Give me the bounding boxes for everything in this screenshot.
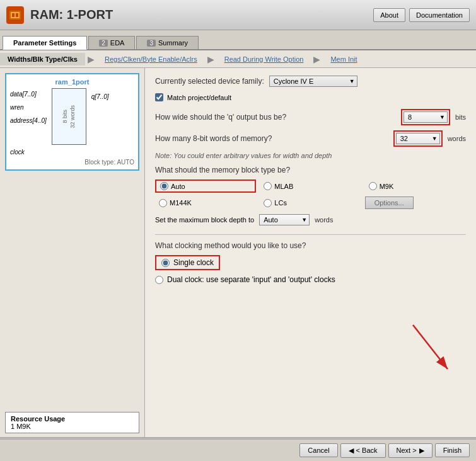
device-select[interactable]: Cyclone IV E xyxy=(269,76,357,87)
radio-lcs-label: LCs xyxy=(274,199,287,207)
words-select[interactable]: 32 64 128 xyxy=(396,133,440,144)
schematic-title: ram_1port xyxy=(10,78,134,86)
tab-param-label: Parameter Settings xyxy=(13,39,76,47)
back-button[interactable]: ◀ < Back xyxy=(340,443,386,458)
device-family-label: Currently selected device family: xyxy=(155,77,264,86)
resource-title: Resource Usage xyxy=(11,415,134,423)
device-select-wrapper[interactable]: Cyclone IV E xyxy=(269,76,357,87)
red-arrow xyxy=(388,319,463,382)
tab-eda-number: 2 xyxy=(99,40,108,47)
radio-auto-label: Auto xyxy=(171,183,185,190)
back-label: < Back xyxy=(356,447,378,454)
clock-dual-option[interactable]: Dual clock: use separate 'input' and 'ou… xyxy=(155,275,466,284)
svg-rect-2 xyxy=(12,13,15,17)
depth-row: Set the maximum block depth to Auto 256 … xyxy=(155,214,466,225)
subtab-meminit[interactable]: Mem Init xyxy=(323,53,364,65)
svg-line-5 xyxy=(413,325,448,369)
radio-m144k-label: M144K xyxy=(170,199,192,207)
radio-dual-clock[interactable] xyxy=(155,276,163,284)
block-option-lcs[interactable]: LCs xyxy=(260,196,361,209)
radio-auto[interactable] xyxy=(160,182,168,190)
port-data: data[7..0] xyxy=(10,91,47,98)
title-buttons: About Documentation xyxy=(373,8,470,22)
radio-single-clock[interactable] xyxy=(161,259,170,267)
q-bus-row: How wide should the 'q' output bus be? 8… xyxy=(155,109,466,125)
right-panel: Currently selected device family: Cyclon… xyxy=(145,68,476,438)
radio-lcs[interactable] xyxy=(264,199,272,207)
next-arrow-icon: ▶ xyxy=(419,447,424,455)
clock-single-container: Single clock xyxy=(155,255,466,270)
block-option-mlab[interactable]: MLAB xyxy=(260,179,361,193)
port-clock: clock xyxy=(10,149,25,156)
tab-parameter-settings[interactable]: Parameter Settings xyxy=(3,36,87,50)
subtab-arrow-2: ▶ xyxy=(205,54,217,64)
q-bus-question: How wide should the 'q' output bus be? xyxy=(155,113,396,122)
next-button[interactable]: Next > ▶ xyxy=(388,443,432,458)
block-type-question: What should the memory block type be? xyxy=(155,166,466,174)
block-type: Block type: AUTO xyxy=(10,159,134,166)
subtab-regs[interactable]: Regs/Clken/Byte Enable/Aclrs xyxy=(97,53,205,65)
title-bar: RAM: 1-PORT About Documentation xyxy=(0,0,476,30)
tab-summary-number: 3 xyxy=(147,40,156,47)
subtab-bar: Widths/Blk Type/Clks ▶ Regs/Clken/Byte E… xyxy=(0,50,476,68)
q-bus-select[interactable]: 8 16 32 xyxy=(403,111,448,123)
clock-single-label: Single clock xyxy=(173,258,214,267)
depth-label: Set the maximum block depth to xyxy=(155,216,254,224)
device-row: Currently selected device family: Cyclon… xyxy=(155,76,466,87)
words-unit: words xyxy=(448,135,466,142)
bottom-bar: Cancel ◀ < Back Next > ▶ Finish xyxy=(0,438,476,461)
radio-mlab[interactable] xyxy=(264,182,272,190)
cancel-button[interactable]: Cancel xyxy=(299,443,337,457)
port-output: q[7..0] xyxy=(91,93,109,100)
radio-m144k[interactable] xyxy=(159,199,167,207)
words-question: How many 8-bit words of memory? xyxy=(155,134,388,143)
match-checkbox[interactable] xyxy=(155,93,163,101)
radio-m9k[interactable] xyxy=(369,182,377,190)
port-wren: wren xyxy=(10,104,47,111)
options-button[interactable]: Options... xyxy=(365,196,414,209)
q-bus-highlight: 8 16 32 xyxy=(401,109,450,125)
main-area: ram_1port data[7..0] wren address[4..0] … xyxy=(0,68,476,438)
resource-value: 1 M9K xyxy=(11,423,134,430)
back-arrow-icon: ◀ xyxy=(349,447,354,455)
depth-unit: words xyxy=(315,216,333,224)
divider xyxy=(155,234,466,235)
block-type-group: Auto MLAB M9K M144K LCs Options... xyxy=(155,179,466,209)
resource-usage: Resource Usage 1 M9K xyxy=(5,412,139,433)
tab-summary-label: Summary xyxy=(158,39,188,47)
next-label: Next > xyxy=(397,447,417,454)
documentation-button[interactable]: Documentation xyxy=(409,8,470,22)
window-title: RAM: 1-PORT xyxy=(30,8,373,22)
block-option-m9k[interactable]: M9K xyxy=(365,179,466,193)
tab-bar: Parameter Settings 2 EDA 3 Summary xyxy=(0,30,476,50)
tab-eda[interactable]: 2 EDA xyxy=(88,36,135,49)
match-label: Match project/default xyxy=(167,94,231,101)
subtab-rdwr[interactable]: Read During Write Option xyxy=(217,53,311,65)
depth-select[interactable]: Auto 256 512 xyxy=(259,214,310,225)
subtab-arrow-1: ▶ xyxy=(85,54,97,64)
radio-m9k-label: M9K xyxy=(380,183,394,190)
match-row: Match project/default xyxy=(155,93,466,101)
app-icon xyxy=(6,6,24,24)
schematic-box: ram_1port data[7..0] wren address[4..0] … xyxy=(5,73,139,171)
tab-eda-label: EDA xyxy=(110,39,125,47)
options-btn-container: Options... xyxy=(365,196,466,209)
radio-mlab-label: MLAB xyxy=(274,183,293,190)
block-option-auto[interactable]: Auto xyxy=(155,179,256,193)
about-button[interactable]: About xyxy=(373,8,405,22)
q-bus-unit: bits xyxy=(455,113,466,121)
clock-group: Single clock Dual clock: use separate 'i… xyxy=(155,255,466,284)
left-panel: ram_1port data[7..0] wren address[4..0] … xyxy=(0,68,145,438)
svg-rect-3 xyxy=(16,13,18,17)
clock-dual-label: Dual clock: use separate 'input' and 'ou… xyxy=(167,275,335,284)
words-highlight: 32 64 128 xyxy=(393,130,443,147)
clock-single-highlight: Single clock xyxy=(155,255,220,270)
block-option-m144k[interactable]: M144K xyxy=(155,196,256,209)
subtab-widths[interactable]: Widths/Blk Type/Clks xyxy=(0,53,85,65)
words-row: How many 8-bit words of memory? 32 64 12… xyxy=(155,130,466,147)
finish-button[interactable]: Finish xyxy=(435,443,470,457)
note-text: Note: You could enter arbitrary values f… xyxy=(155,152,466,159)
tab-summary[interactable]: 3 Summary xyxy=(136,36,199,49)
port-address: address[4..0] xyxy=(10,117,47,124)
clock-question: What clocking method would you like to u… xyxy=(155,241,466,250)
